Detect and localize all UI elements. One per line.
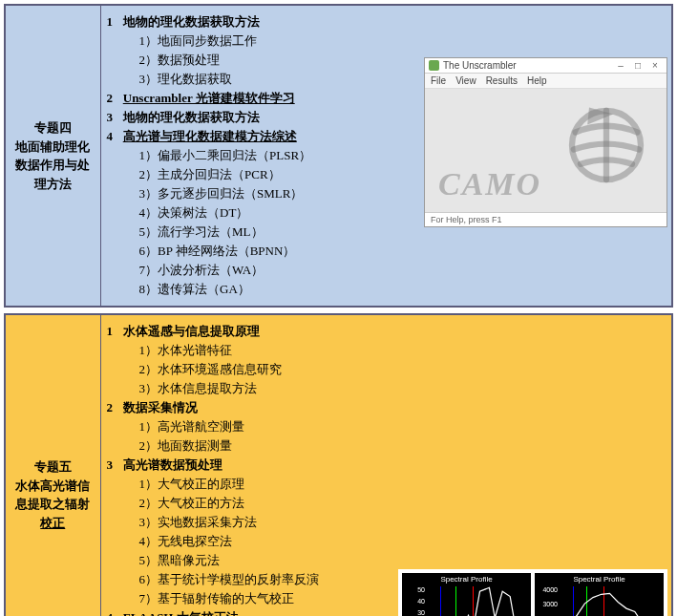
section-title: 数据采集情况 — [123, 400, 198, 414]
list-item: 6）BP 神经网络法（BPNN） — [139, 243, 417, 260]
spectral-charts: Spectral Profile5040302010051525354555Ba… — [398, 569, 667, 616]
window-title: The Unscrambler — [443, 60, 517, 71]
y-axis-ticks: 40003000200010000 — [537, 586, 558, 616]
list-item: 1）地面同步数据工作 — [139, 32, 417, 50]
topic-label-line: 校正 — [13, 514, 93, 533]
window-controls: –□× — [613, 60, 663, 71]
list-item: 2）主成分回归法（PCR） — [139, 166, 417, 183]
list-item: 5）黑暗像元法 — [139, 552, 391, 569]
section-title: 水体遥感与信息提取原理 — [123, 324, 260, 338]
window-titlebar: The Unscrambler–□× — [425, 58, 666, 74]
section-heading: 1 地物的理化数据获取方法 — [107, 13, 417, 31]
section-number: 2 — [107, 91, 120, 106]
section-title: Unscrambler 光谱建模软件学习 — [123, 91, 295, 105]
topic-label-line: 数据作用与处 — [13, 156, 93, 175]
list-item: 2）大气校正的方法 — [139, 495, 391, 512]
section-heading: 2 Unscrambler 光谱建模软件学习 — [107, 90, 417, 107]
topic-label-line: 专题四 — [13, 118, 93, 138]
topic-label-line: 水体高光谱信 — [13, 477, 93, 496]
section-title: FLAASH 大气校正法 — [123, 610, 239, 616]
list-item: 1）高光谱航空测量 — [139, 418, 391, 435]
topic-label-line: 专题五 — [13, 457, 93, 477]
topic-label-line: 理方法 — [13, 175, 93, 194]
topic-panel: 专题五水体高光谱信息提取之辐射校正1 水体遥感与信息提取原理1）水体光谱特征2）… — [4, 313, 673, 616]
list-item: 4）决策树法（DT） — [139, 204, 417, 222]
plot-area — [427, 586, 527, 616]
section-number: 4 — [107, 610, 120, 616]
menu-item: Help — [527, 75, 547, 86]
spectral-chart: Spectral Profile5040302010051525354555Ba… — [402, 573, 531, 616]
list-item: 6）基于统计学模型的反射率反演 — [139, 571, 391, 588]
section-number: 3 — [107, 110, 120, 125]
section-heading: 4 高光谱与理化数据建模方法综述 — [107, 128, 417, 145]
section-title: 高光谱与理化数据建模方法综述 — [123, 129, 297, 143]
list-item: 1）大气校正的原理 — [139, 476, 391, 493]
plot-area — [560, 586, 660, 616]
globe-icon — [563, 102, 649, 188]
y-axis-ticks: 50403020100 — [404, 586, 425, 616]
section-number: 1 — [107, 324, 120, 339]
topic-label-cell: 专题四地面辅助理化数据作用与处理方法 — [5, 5, 100, 307]
section-title: 地物的理化数据获取方法 — [123, 14, 260, 29]
section-number: 3 — [107, 457, 120, 473]
section-number: 4 — [107, 129, 120, 144]
series-line — [427, 586, 527, 616]
list-item: 3）多元逐步回归法（SMLR） — [139, 185, 417, 202]
list-item: 3）水体信息提取方法 — [139, 380, 391, 397]
section-heading: 3 高光谱数据预处理 — [107, 457, 391, 474]
menu-bar: FileViewResultsHelp — [425, 74, 666, 89]
section-heading: 3 地物的理化数据获取方法 — [107, 109, 417, 126]
spectral-chart: Spectral Profile400030002000100004005006… — [535, 573, 664, 616]
section-heading: 4 FLAASH 大气校正法 — [107, 609, 391, 616]
list-item: 7）小波分析法（WA） — [139, 262, 417, 279]
section-title: 地物的理化数据获取方法 — [123, 110, 260, 124]
topic-label-line: 息提取之辐射 — [13, 495, 93, 514]
unscrambler-window: The Unscrambler–□×FileViewResultsHelpCAM… — [424, 57, 667, 227]
maximize-icon: □ — [630, 60, 645, 71]
chart-title: Spectral Profile — [535, 573, 664, 584]
topic-label-line: 地面辅助理化 — [13, 138, 93, 157]
section-number: 2 — [107, 400, 120, 415]
topic-content-cell: 1 地物的理化数据获取方法1）地面同步数据工作2）数据预处理3）理化数据获取2 … — [100, 5, 672, 307]
list-item: 7）基于辐射传输的大气校正 — [139, 590, 391, 607]
series-line — [560, 586, 660, 616]
app-canvas: CAMO — [425, 89, 666, 213]
list-item: 2）数据预处理 — [139, 52, 417, 69]
menu-item: File — [431, 75, 446, 86]
list-item: 5）流行学习法（ML） — [139, 223, 417, 241]
topic-content-cell: 1 水体遥感与信息提取原理1）水体光谱特征2）水体环境遥感信息研究3）水体信息提… — [100, 314, 672, 616]
list-item: 4）无线电探空法 — [139, 533, 391, 550]
section-heading: 1 水体遥感与信息提取原理 — [107, 323, 391, 340]
close-icon: × — [647, 60, 663, 71]
section-number: 1 — [107, 14, 120, 30]
list-item: 3）理化数据获取 — [139, 71, 417, 88]
menu-item: View — [455, 75, 476, 86]
list-item: 8）遗传算法（GA） — [139, 281, 417, 298]
topic-panel: 专题四地面辅助理化数据作用与处理方法1 地物的理化数据获取方法1）地面同步数据工… — [4, 4, 673, 308]
section-title: 高光谱数据预处理 — [123, 457, 222, 472]
list-item: 2）水体环境遥感信息研究 — [139, 361, 391, 378]
minimize-icon: – — [613, 60, 628, 71]
chart-title: Spectral Profile — [402, 573, 531, 584]
topic-label-cell: 专题五水体高光谱信息提取之辐射校正 — [5, 314, 100, 616]
list-item: 1）偏最小二乘回归法（PLSR） — [139, 147, 417, 164]
menu-item: Results — [486, 75, 518, 86]
list-item: 2）地面数据测量 — [139, 437, 391, 455]
camo-logo-text: CAMO — [438, 166, 541, 202]
list-item: 3）实地数据采集方法 — [139, 514, 391, 531]
app-icon — [429, 60, 439, 71]
list-item: 1）水体光谱特征 — [139, 342, 391, 359]
status-bar: For Help, press F1 — [425, 213, 666, 226]
section-heading: 2 数据采集情况 — [107, 399, 391, 416]
